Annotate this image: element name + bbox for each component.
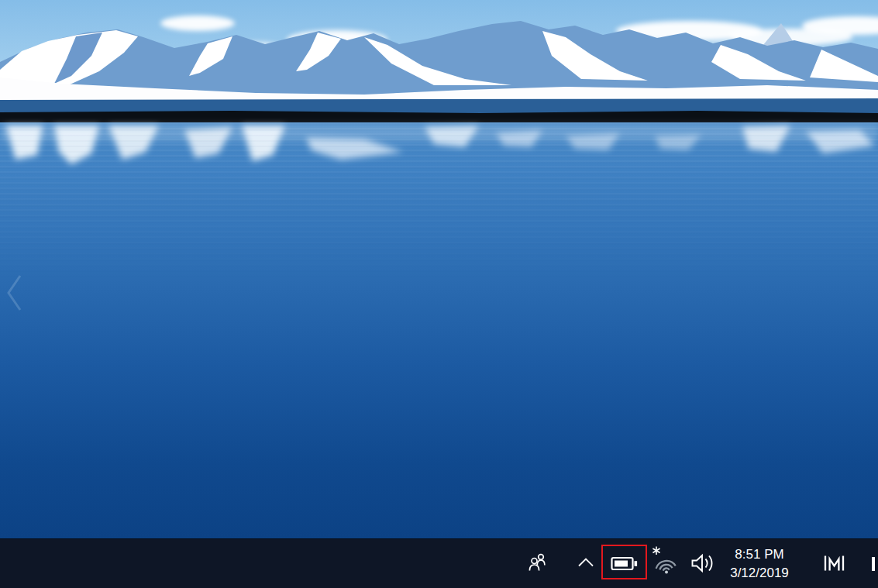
taskbar: 8:51 PM 3/12/2019 (0, 538, 878, 588)
people-icon (527, 552, 548, 573)
desktop-screen: 8:51 PM 3/12/2019 (0, 0, 878, 588)
clock-date: 3/12/2019 (719, 564, 800, 583)
speaker-icon (690, 552, 716, 574)
show-hidden-icons-button[interactable] (570, 545, 601, 579)
chevron-up-icon (575, 552, 597, 573)
m-app-icon (823, 554, 845, 573)
back-chevron-icon[interactable] (3, 271, 26, 315)
battery-icon (611, 555, 639, 573)
network-button[interactable] (649, 543, 680, 580)
battery-button[interactable] (603, 547, 646, 579)
clock-time: 8:51 PM (719, 545, 800, 564)
clipped-edge-icon[interactable] (872, 557, 875, 571)
m-app-button[interactable] (818, 547, 849, 579)
volume-button[interactable] (687, 547, 719, 579)
clock-button[interactable]: 8:51 PM 3/12/2019 (719, 542, 800, 586)
people-button[interactable] (521, 545, 553, 579)
desktop-wallpaper (0, 0, 878, 538)
lake-ripples (0, 122, 878, 285)
wifi-available-icon (650, 545, 680, 579)
